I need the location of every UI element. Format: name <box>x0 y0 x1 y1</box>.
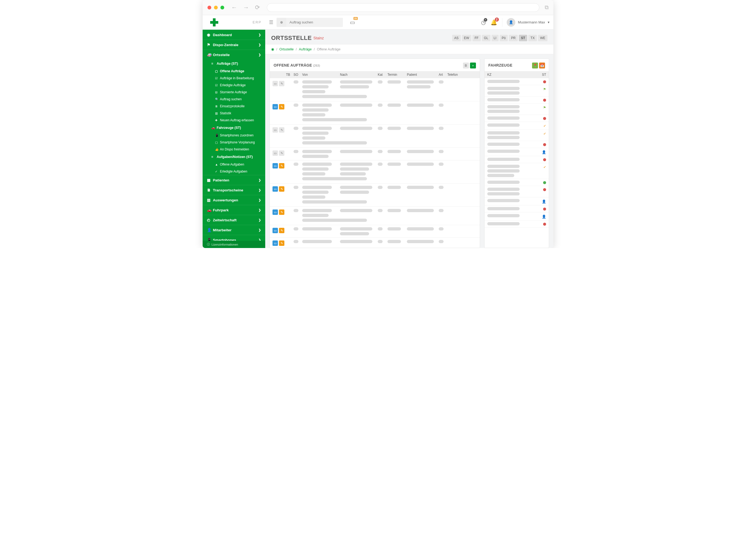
sidebar-sub-item[interactable]: ✚Neuen Auftrag erfassen <box>202 117 265 124</box>
vehicle-row[interactable]: ⚑ <box>485 85 549 97</box>
tabs-icon[interactable]: ⧉ <box>545 4 549 11</box>
edit-icon[interactable]: ✎ <box>279 186 285 192</box>
edit-icon[interactable]: ✎ <box>279 81 285 86</box>
table-row[interactable]: ▭ ✎ <box>270 160 480 184</box>
table-row[interactable]: ▭ ✎ <box>270 78 480 102</box>
close-window[interactable] <box>207 6 211 10</box>
sidebar-sub-item[interactable]: ▢Offene Aufträge <box>202 68 265 75</box>
folder-icon[interactable]: ▭ <box>273 209 278 215</box>
sidebar-sub-item[interactable]: ☑Aufträge in Bearbeitung <box>202 75 265 82</box>
filter-chip-LI[interactable]: LI <box>492 35 499 41</box>
sidebar-sub-item[interactable]: ▥Statistik <box>202 110 265 117</box>
vehicle-row[interactable]: 👤 <box>485 197 549 205</box>
sidebar-sub-item[interactable]: ✓Erledigte Aufgaben <box>202 168 265 175</box>
back-icon[interactable]: ← <box>230 4 239 11</box>
maximize-window[interactable] <box>220 6 224 10</box>
folder-icon[interactable]: ▭ <box>273 186 278 192</box>
edit-icon[interactable]: ✎ <box>279 240 285 246</box>
calendar-icon[interactable]: 📅 <box>539 62 545 68</box>
vehicle-row[interactable] <box>485 115 549 122</box>
folder-icon[interactable]: ▭ <box>273 163 278 169</box>
sidebar-item-patienten[interactable]: ▦Patienten❯ <box>202 175 265 185</box>
sidebar-sub-item[interactable]: 📱Smartphones zuordnen <box>202 132 265 139</box>
location-icon[interactable]: 📍 <box>532 62 538 68</box>
edit-icon[interactable]: ✎ <box>279 209 285 215</box>
table-row[interactable]: ▭ ✎ <box>270 148 480 160</box>
sidebar-sub-item[interactable]: ☑Erledigte Aufträge <box>202 82 265 89</box>
filter-chip-Pö[interactable]: Pö <box>500 35 508 41</box>
sidebar-sub-item[interactable]: ▲Offene Aufgaben <box>202 161 265 168</box>
edit-icon[interactable]: ✎ <box>279 150 285 156</box>
sidebar-item-auswertungen[interactable]: ▥Auswertungen❯ <box>202 195 265 205</box>
sidebar-sub-item[interactable]: 👍An Dispo freimelden <box>202 146 265 153</box>
filter-chip-ST[interactable]: ST <box>519 35 527 41</box>
minimize-window[interactable] <box>214 6 218 10</box>
filter-chip-AS[interactable]: AS <box>452 35 461 41</box>
table-row[interactable]: ▭ ✎ <box>270 225 480 238</box>
sidebar-item-dashboard[interactable]: ◉Dashboard❯ <box>202 30 265 40</box>
search-icon[interactable]: ⊕ <box>277 18 286 27</box>
filter-chip-PR[interactable]: PR <box>509 35 518 41</box>
url-bar[interactable] <box>267 3 539 12</box>
vehicle-row[interactable] <box>485 186 549 197</box>
clock-icon[interactable]: ◷× <box>481 19 486 25</box>
vehicle-row[interactable]: ⚑ <box>485 103 549 115</box>
sidebar-item-transportscheine[interactable]: 🗎Transportscheine❯ <box>202 185 265 195</box>
filter-chip-WE[interactable]: WE <box>538 35 548 41</box>
filter-chip-GL[interactable]: GL <box>482 35 491 41</box>
edit-icon[interactable]: ✎ <box>279 127 285 133</box>
vehicle-row[interactable] <box>485 221 549 227</box>
bc-auftraege[interactable]: Aufträge <box>299 47 312 51</box>
folder-icon[interactable]: ▭ <box>273 228 278 233</box>
ze-badge-icon[interactable]: ▭ <box>350 19 355 25</box>
sidebar-item-smartphones[interactable]: 📱Smartphones❯ <box>202 235 265 241</box>
vehicle-row[interactable] <box>485 179 549 186</box>
folder-icon[interactable]: ▭ <box>273 240 278 246</box>
hamburger-icon[interactable]: ☰ <box>269 20 273 25</box>
edit-icon[interactable]: ✎ <box>279 104 285 109</box>
sidebar-sub-item[interactable]: 🗎Einsatzprotokolle <box>202 103 265 110</box>
sidebar-item-fuhrpark[interactable]: 🚗Fuhrpark❯ <box>202 205 265 215</box>
bc-ortsstelle[interactable]: Ortsstelle <box>279 47 293 51</box>
table-row[interactable]: ▭ ✎ <box>270 125 480 148</box>
table-row[interactable]: ▭ ✎ <box>270 207 480 225</box>
vehicle-row[interactable] <box>485 205 549 212</box>
filter-chip-EW[interactable]: EW <box>462 35 471 41</box>
vehicle-row[interactable]: ✔ <box>485 122 549 130</box>
sidebar-sub-item[interactable]: 🔍Auftrag suchen <box>202 96 265 103</box>
edit-icon[interactable]: ✎ <box>279 163 285 169</box>
folder-icon[interactable]: ▭ <box>273 150 278 156</box>
add-button[interactable]: ＋ <box>470 62 476 68</box>
sidebar-sub-item[interactable]: ⊟Stornierte Aufträge <box>202 89 265 96</box>
vehicle-row[interactable] <box>485 141 549 148</box>
vehicle-row[interactable]: 👤 <box>485 212 549 221</box>
sidebar-item-mitarbeiter[interactable]: 👤Mitarbeiter❯ <box>202 225 265 235</box>
license-info[interactable]: ⓘ Lizenzinformationen <box>202 241 265 248</box>
table-row[interactable]: ▭ ✎ <box>270 184 480 207</box>
folder-icon[interactable]: ▭ <box>273 104 278 109</box>
filter-chip-FF[interactable]: FF <box>472 35 481 41</box>
sidebar-sub-item[interactable]: ▢Smartphone Vorplanung <box>202 139 265 146</box>
vehicle-row[interactable] <box>485 78 549 85</box>
export-icon[interactable]: 🗎 <box>463 62 469 68</box>
search-input[interactable] <box>286 18 343 27</box>
vehicle-row[interactable]: 👤 <box>485 148 549 156</box>
dashboard-icon[interactable]: ◉ <box>271 47 274 51</box>
vehicle-row[interactable]: ✔ <box>485 130 549 141</box>
user-menu[interactable]: 👤 Mustermann Max ▾ <box>502 18 550 27</box>
vehicle-row[interactable] <box>485 97 549 103</box>
sidebar-item-zeitwirtschaft[interactable]: ◴Zeitwirtschaft❯ <box>202 215 265 225</box>
table-row[interactable]: ▭ ✎ <box>270 102 480 125</box>
sidebar-item-ortsstelle[interactable]: 🚑Ortsstelle❯ <box>202 50 265 60</box>
vehicle-row[interactable]: ✔ <box>485 163 549 179</box>
sidebar-item-dispo-zentrale[interactable]: ⚑Dispo-Zentrale❯ <box>202 40 265 50</box>
forward-icon[interactable]: → <box>242 4 251 11</box>
table-row[interactable]: ▭ ✎ <box>270 238 480 248</box>
folder-icon[interactable]: ▭ <box>273 81 278 86</box>
vehicle-row[interactable] <box>485 156 549 163</box>
reload-icon[interactable]: ⟳ <box>253 4 261 11</box>
filter-chip-TX[interactable]: TX <box>528 35 537 41</box>
edit-icon[interactable]: ✎ <box>279 228 285 233</box>
bell-icon[interactable]: 🔔2 <box>491 19 497 25</box>
folder-icon[interactable]: ▭ <box>273 127 278 133</box>
